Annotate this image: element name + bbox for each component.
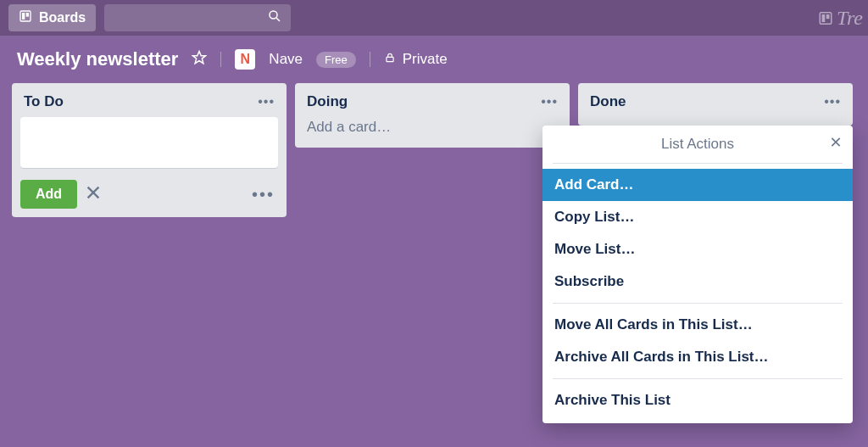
svg-rect-1 — [22, 13, 25, 20]
search-input[interactable] — [104, 4, 291, 31]
svg-rect-0 — [20, 11, 31, 21]
board-header: Weekly newsletter N Nave Free Private — [0, 36, 868, 83]
boards-button[interactable]: Boards — [8, 4, 96, 31]
popover-title: List Actions — [661, 136, 734, 153]
add-button[interactable]: Add — [20, 180, 77, 209]
list-header: Doing ••• — [303, 92, 561, 117]
brand-text: Tre — [837, 7, 863, 30]
popover-item-archive-list[interactable]: Archive This List — [542, 384, 853, 416]
list-menu-icon[interactable]: ••• — [541, 94, 558, 109]
list-menu-icon[interactable]: ••• — [258, 94, 275, 109]
divider — [220, 52, 221, 67]
top-header: Boards Tre — [0, 0, 868, 36]
close-icon[interactable] — [829, 136, 843, 154]
board-icon — [19, 9, 32, 26]
star-icon[interactable] — [192, 50, 207, 69]
popover-item-move-all[interactable]: Move All Cards in This List… — [542, 309, 853, 341]
list-header: To Do ••• — [20, 92, 278, 117]
board-title[interactable]: Weekly newsletter — [17, 48, 178, 70]
list-menu-icon[interactable]: ••• — [824, 94, 841, 109]
list-todo: To Do ••• Add ••• — [12, 83, 287, 217]
list-title[interactable]: Doing — [307, 93, 348, 110]
popover-item-archive-all[interactable]: Archive All Cards in This List… — [542, 341, 853, 373]
svg-rect-7 — [826, 14, 830, 19]
svg-marker-8 — [193, 52, 206, 64]
composer-controls: Add ••• — [20, 175, 278, 209]
popover-header: List Actions — [542, 126, 853, 163]
list-actions-popover: List Actions Add Card… Copy List… Move L… — [542, 126, 853, 423]
search-icon — [267, 8, 282, 27]
composer-menu-icon[interactable]: ••• — [252, 185, 278, 204]
svg-rect-5 — [820, 12, 832, 24]
popover-item-copy-list[interactable]: Copy List… — [542, 201, 853, 233]
lock-icon — [384, 51, 396, 68]
list-doing: Doing ••• Add a card… — [295, 83, 570, 148]
plan-pill: Free — [316, 52, 356, 68]
popover-item-add-card[interactable]: Add Card… — [542, 169, 853, 201]
divider — [370, 52, 370, 67]
svg-rect-2 — [26, 13, 29, 17]
svg-rect-6 — [821, 14, 825, 22]
card-composer-input[interactable] — [20, 117, 278, 168]
list-header: Done ••• — [587, 92, 844, 117]
add-card-prompt[interactable]: Add a card… — [303, 117, 561, 139]
close-icon[interactable] — [84, 183, 103, 205]
privacy-button[interactable]: Private — [384, 51, 448, 68]
list-done: Done ••• — [578, 83, 853, 126]
workspace-badge[interactable]: N — [235, 49, 255, 70]
boards-label: Boards — [39, 10, 86, 25]
svg-rect-9 — [387, 57, 393, 61]
workspace-name[interactable]: Nave — [269, 51, 303, 68]
list-title[interactable]: To Do — [24, 93, 64, 110]
list-title[interactable]: Done — [590, 93, 626, 110]
popover-item-subscribe[interactable]: Subscribe — [542, 265, 853, 298]
brand-logo: Tre — [818, 7, 863, 30]
popover-item-move-list[interactable]: Move List… — [542, 233, 853, 265]
svg-point-3 — [270, 11, 277, 19]
privacy-label: Private — [403, 51, 448, 68]
svg-line-4 — [276, 18, 280, 21]
